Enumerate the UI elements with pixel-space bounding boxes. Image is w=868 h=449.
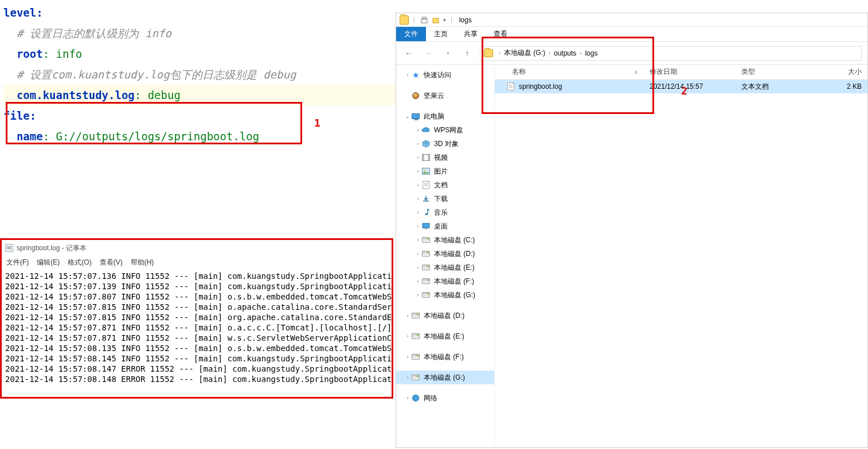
chevron-right-icon[interactable]: › <box>404 395 411 401</box>
chevron-right-icon[interactable]: › <box>404 333 411 339</box>
sidebar-item-drive-e2[interactable]: ›本地磁盘 (E:) <box>396 329 494 343</box>
chevron-right-icon[interactable]: › <box>415 278 421 284</box>
menu-format[interactable]: 格式(O) <box>68 258 91 267</box>
picture-icon <box>421 167 431 176</box>
notepad-window: springboot.log - 记事本 文件(F) 编辑(E) 格式(O) 查… <box>0 238 393 399</box>
recent-dropdown-icon[interactable]: ▾ <box>441 46 455 60</box>
chevron-right-icon[interactable]: › <box>415 210 421 215</box>
desktop-icon <box>421 222 431 231</box>
drive-icon <box>421 249 431 258</box>
music-icon <box>421 208 431 217</box>
video-icon <box>421 153 431 162</box>
sidebar-item-drive-e[interactable]: ›本地磁盘 (E:) <box>396 261 494 274</box>
qat-dropdown-icon[interactable]: ▾ <box>443 17 446 23</box>
column-size[interactable]: 大小 <box>810 65 867 79</box>
sidebar-item-wps[interactable]: ›WPS网盘 <box>396 123 494 137</box>
chevron-right-icon[interactable]: › <box>415 127 421 133</box>
ribbon-tab-home[interactable]: 主页 <box>426 27 456 41</box>
menu-help[interactable]: 帮助(H) <box>131 258 154 267</box>
sidebar-item-quickaccess[interactable]: ›★快速访问 <box>396 68 494 82</box>
sidebar-item-video[interactable]: ›视频 <box>396 151 494 164</box>
drive-icon <box>421 263 431 272</box>
chevron-right-icon[interactable]: › <box>415 265 421 270</box>
chevron-right-icon[interactable]: › <box>415 237 421 243</box>
column-type[interactable]: 类型 <box>736 65 810 79</box>
back-button[interactable]: ← <box>402 46 416 60</box>
drive-icon <box>411 311 420 320</box>
separator: | <box>413 17 415 23</box>
sidebar-item-drive-g2[interactable]: ›本地磁盘 (G:) <box>396 371 494 384</box>
log-line: 2021-12-14 15:57:07.815 INFO 11552 --- [… <box>5 312 388 322</box>
quick-access-toolbar <box>419 15 441 25</box>
chevron-right-icon[interactable]: › <box>415 155 421 160</box>
sidebar-label: 3D 对象 <box>434 139 459 149</box>
menu-file[interactable]: 文件(F) <box>6 258 29 267</box>
ribbon-tab-file[interactable]: 文件 <box>396 27 426 41</box>
download-icon <box>421 194 431 203</box>
qat-properties-icon[interactable] <box>419 15 429 25</box>
log-line: 2021-12-14 15:57:07.139 INFO 11552 --- [… <box>5 281 388 292</box>
sidebar-item-pictures[interactable]: ›图片 <box>396 164 494 178</box>
sidebar-item-music[interactable]: ›音乐 <box>396 206 494 219</box>
menu-edit[interactable]: 编辑(E) <box>37 258 60 267</box>
sidebar-label: 本地磁盘 (F:) <box>424 352 464 362</box>
sidebar-item-drive-g[interactable]: ›本地磁盘 (G:) <box>396 288 494 302</box>
sidebar-item-thispc[interactable]: ⌄此电脑 <box>396 109 494 123</box>
sidebar-item-drive-c[interactable]: ›本地磁盘 (C:) <box>396 233 494 247</box>
comment-line: # 设置com.kuantstudy.log包下的日志级别是 debug <box>17 68 296 81</box>
chevron-right-icon[interactable]: › <box>404 313 411 318</box>
sidebar-label: 本地磁盘 (G:) <box>424 373 465 383</box>
sidebar-item-drive-f[interactable]: ›本地磁盘 (F:) <box>396 274 494 288</box>
file-date: 2021/12/14 15:57 <box>644 80 736 93</box>
log-line: 2021-12-14 15:57:07.871 INFO 11552 --- [… <box>5 322 388 333</box>
chevron-right-icon[interactable]: › <box>415 182 421 188</box>
window-title: logs <box>459 16 472 24</box>
sidebar-item-3d[interactable]: ›3D 对象 <box>396 137 494 151</box>
annotation-box-1 <box>6 102 302 144</box>
nut-icon <box>411 91 420 100</box>
chevron-right-icon[interactable]: › <box>415 141 421 147</box>
column-date[interactable]: 修改日期 <box>644 65 736 79</box>
sidebar-item-network[interactable]: ›网络 <box>396 391 494 405</box>
qat-new-folder-icon[interactable] <box>431 15 441 25</box>
file-type: 文本文档 <box>736 80 810 93</box>
log-line: 2021-12-14 15:57:07.871 INFO 11552 --- [… <box>5 333 388 343</box>
svg-rect-4 <box>423 155 424 161</box>
chevron-right-icon[interactable]: › <box>404 375 411 380</box>
chevron-right-icon[interactable]: › <box>415 196 421 202</box>
chevron-right-icon[interactable]: › <box>415 292 421 298</box>
chevron-right-icon[interactable]: › <box>404 354 411 360</box>
log-line: 2021-12-14 15:57:08.148 ERROR 11552 --- … <box>5 374 388 384</box>
annotation-box-2 <box>482 37 654 114</box>
chevron-right-icon[interactable]: › <box>415 251 421 257</box>
sidebar-label: 本地磁盘 (G:) <box>434 290 475 300</box>
explorer-titlebar[interactable]: | ▾ | logs <box>396 13 867 27</box>
sidebar-label: 音乐 <box>434 208 448 218</box>
log-line: 2021-12-14 15:57:07.136 INFO 11552 --- [… <box>5 271 388 281</box>
chevron-down-icon[interactable]: ⌄ <box>404 113 411 119</box>
sidebar-item-downloads[interactable]: ›下载 <box>396 192 494 206</box>
sidebar-label: 视频 <box>434 153 448 163</box>
sidebar-item-drive-d2[interactable]: ›本地磁盘 (D:) <box>396 309 494 322</box>
sidebar-item-drive-d[interactable]: ›本地磁盘 (D:) <box>396 247 494 261</box>
sidebar-item-drive-f2[interactable]: ›本地磁盘 (F:) <box>396 350 494 364</box>
file-list[interactable]: 名称 修改日期 类型 大小 springboot.log 2021/12/14 … <box>495 65 867 447</box>
sidebar-label: 图片 <box>434 167 448 176</box>
notepad-icon <box>5 244 13 252</box>
chevron-right-icon[interactable]: › <box>404 72 411 78</box>
chevron-right-icon[interactable]: › <box>415 223 421 229</box>
sidebar-label: 网络 <box>424 393 437 403</box>
up-button[interactable]: ↑ <box>460 46 474 60</box>
sidebar-label: WPS网盘 <box>434 125 463 135</box>
code-editor[interactable]: level: # 设置日志的默认级别为 info root: info # 设置… <box>0 0 396 172</box>
forward-button[interactable]: → <box>421 46 435 60</box>
navigation-sidebar[interactable]: ›★快速访问 坚果云 ⌄此电脑 ›WPS网盘 ›3D 对象 ›视频 ›图片 ›文… <box>396 65 495 447</box>
chevron-right-icon[interactable]: › <box>415 168 421 174</box>
document-icon <box>421 180 431 190</box>
notepad-content[interactable]: 2021-12-14 15:57:07.136 INFO 11552 --- [… <box>2 269 392 387</box>
sidebar-item-nutcloud[interactable]: 坚果云 <box>396 89 494 103</box>
menu-view[interactable]: 查看(V) <box>100 258 123 267</box>
sidebar-item-documents[interactable]: ›文档 <box>396 178 494 192</box>
sidebar-item-desktop[interactable]: ›桌面 <box>396 219 494 233</box>
notepad-titlebar[interactable]: springboot.log - 记事本 <box>2 240 392 256</box>
